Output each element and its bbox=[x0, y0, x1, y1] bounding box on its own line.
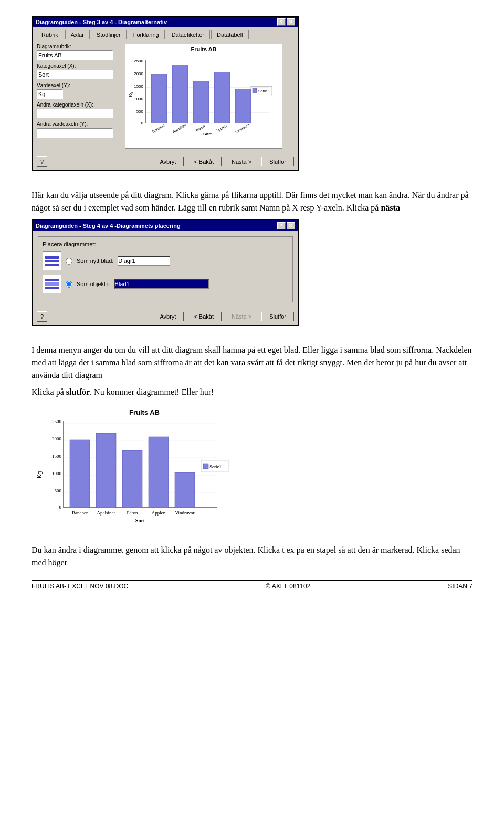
dialog2-help-title-btn[interactable]: ? bbox=[277, 222, 286, 229]
svg-text:Bananer: Bananer bbox=[152, 123, 166, 133]
svg-text:2500: 2500 bbox=[52, 419, 62, 424]
object-icon bbox=[43, 275, 61, 293]
kategoriaxel-input[interactable] bbox=[37, 70, 113, 79]
svg-rect-15 bbox=[172, 65, 188, 123]
svg-rect-53 bbox=[203, 464, 208, 469]
dialog2-window: Diagramguiden - Steg 4 av 4 -Diagrammets… bbox=[32, 219, 299, 326]
andra-varde-label: Ändra värdeaxeln (Y): bbox=[37, 121, 121, 127]
svg-text:Serie1: Serie1 bbox=[209, 464, 222, 469]
dialog2-title: Diagramguiden - Steg 4 av 4 -Diagrammets… bbox=[36, 223, 181, 229]
dialog1-cancel-button[interactable]: Avbryt bbox=[152, 157, 184, 166]
main-chart-area: Kg 2500 2000 1500 1000 500 0 bbox=[36, 418, 253, 531]
obj-bar2 bbox=[45, 282, 59, 286]
andra-kategori-label: Ändra kategoriaxeln (X): bbox=[37, 102, 121, 108]
svg-text:1500: 1500 bbox=[134, 84, 143, 89]
dialog2-cancel-button[interactable]: Avbryt bbox=[152, 312, 184, 321]
dialog2-back-button[interactable]: < Bakåt bbox=[186, 312, 222, 321]
svg-text:Apelsiner: Apelsiner bbox=[172, 123, 187, 134]
body-text-1: Här kan du välja utseende på ditt diagra… bbox=[32, 189, 472, 214]
dialog2-finish-button[interactable]: Slutför bbox=[261, 312, 294, 321]
dialog1-title-buttons: ? ✕ bbox=[277, 18, 295, 26]
dialog1-chart: Fruits AB 2500 2000 1500 1000 500 0 bbox=[125, 44, 282, 149]
tab-stodlinjer[interactable]: Stödlinjer bbox=[91, 30, 127, 39]
svg-text:2500: 2500 bbox=[134, 59, 143, 64]
svg-text:Äpplen: Äpplen bbox=[152, 510, 166, 516]
svg-text:Äpplen: Äpplen bbox=[216, 124, 228, 133]
svg-text:Serie 1: Serie 1 bbox=[258, 89, 270, 93]
dialog2-row2: Som objekt i: bbox=[43, 275, 288, 293]
radio-new-sheet[interactable] bbox=[66, 258, 72, 265]
svg-text:Kg: Kg bbox=[128, 92, 133, 97]
svg-text:2000: 2000 bbox=[134, 71, 143, 76]
tab-axlar[interactable]: Axlar bbox=[65, 30, 90, 39]
dialog1-help-title-btn[interactable]: ? bbox=[277, 18, 286, 26]
dialog2-next-button[interactable]: Nästa > bbox=[224, 312, 259, 321]
dialog2-help-button[interactable]: ? bbox=[37, 311, 47, 322]
dialog2-titlebar: Diagramguiden - Steg 4 av 4 -Diagrammets… bbox=[33, 220, 298, 231]
svg-text:500: 500 bbox=[55, 488, 62, 493]
dialog1-footer: ? Avbryt < Bakåt Nästa > Slutför bbox=[33, 153, 298, 170]
diagramrubrik-input[interactable] bbox=[37, 50, 113, 60]
main-chart: Fruits AB Kg 2500 2000 1500 1000 500 0 bbox=[32, 404, 257, 535]
dialog1-tabs: Rubrik Axlar Stödlinjer Förklaring Datae… bbox=[33, 27, 298, 39]
svg-rect-41 bbox=[70, 440, 90, 508]
svg-text:Päron: Päron bbox=[127, 510, 138, 516]
kategoriaxel-label: Kategoriaxel (X): bbox=[37, 63, 121, 69]
vardeaxel-label: Värdeaxel (Y): bbox=[37, 82, 121, 88]
new-sheet-input[interactable] bbox=[118, 256, 170, 266]
svg-rect-26 bbox=[253, 89, 257, 93]
footer-left: FRUITS AB- EXCEL NOV 08.DOC bbox=[32, 583, 128, 590]
andra-varde-input[interactable] bbox=[37, 128, 113, 138]
new-sheet-bar2 bbox=[45, 260, 59, 262]
dialog2-body: Placera diagrammet: Som nytt blad: bbox=[33, 231, 298, 308]
andra-kategori-input[interactable] bbox=[37, 109, 113, 118]
dialog1-back-button[interactable]: < Bakåt bbox=[186, 157, 222, 166]
kategoriaxel-group: Kategoriaxel (X): bbox=[37, 63, 121, 79]
object-sheet-input[interactable] bbox=[114, 279, 209, 289]
option1-label: Som nytt blad: bbox=[77, 258, 113, 264]
svg-text:Bananer: Bananer bbox=[72, 510, 88, 516]
diagramrubrik-group: Diagramrubrik: bbox=[37, 44, 121, 60]
tab-forklaring[interactable]: Förklaring bbox=[128, 30, 165, 39]
dialog1-titlebar: Diagramguiden - Steg 3 av 4 - Diagramalt… bbox=[33, 17, 298, 27]
main-chart-plot: 2500 2000 1500 1000 500 0 bbox=[44, 418, 253, 531]
svg-rect-43 bbox=[122, 450, 142, 508]
tab-rubrik[interactable]: Rubrik bbox=[36, 30, 64, 39]
svg-text:Sort: Sort bbox=[135, 518, 145, 523]
dialog1-left-panel: Diagramrubrik: Kategoriaxel (X): Värdeax… bbox=[37, 44, 121, 149]
page-footer: FRUITS AB- EXCEL NOV 08.DOC © AXEL 08110… bbox=[32, 580, 472, 590]
dialog1-close-btn[interactable]: ✕ bbox=[287, 18, 295, 26]
paragraph-1: Här kan du välja utseende på ditt diagra… bbox=[32, 189, 472, 214]
vardeaxel-input[interactable] bbox=[37, 89, 63, 99]
dialog1-help-button[interactable]: ? bbox=[37, 156, 47, 167]
svg-text:Apelsiner: Apelsiner bbox=[97, 510, 116, 516]
body-text-2: I denna menyn anger du om du vill att di… bbox=[32, 344, 472, 398]
tab-datatabell[interactable]: Datatabell bbox=[211, 30, 249, 39]
new-sheet-bar1 bbox=[45, 256, 59, 259]
footer-center: © AXEL 081102 bbox=[266, 583, 310, 590]
svg-rect-18 bbox=[235, 89, 251, 123]
dialog1-chart-svg: 2500 2000 1500 1000 500 0 Kg bbox=[128, 54, 275, 140]
svg-rect-45 bbox=[175, 472, 195, 508]
svg-text:0: 0 bbox=[141, 121, 144, 125]
paragraph-4: Du kan ändra i diagrammet genom att klic… bbox=[32, 544, 472, 569]
vardeaxel-group: Värdeaxel (Y): bbox=[37, 82, 121, 99]
svg-rect-16 bbox=[193, 82, 209, 123]
dialog2-close-btn[interactable]: ✕ bbox=[287, 222, 295, 229]
dialog2-title-buttons: ? ✕ bbox=[277, 222, 295, 229]
svg-rect-44 bbox=[149, 437, 169, 508]
dialog1-chart-title: Fruits AB bbox=[128, 46, 280, 52]
obj-bar1 bbox=[45, 279, 59, 281]
paragraph-2: I denna menyn anger du om du vill att di… bbox=[32, 344, 472, 382]
radio-object[interactable] bbox=[66, 281, 72, 288]
main-chart-title: Fruits AB bbox=[36, 408, 253, 416]
svg-text:0: 0 bbox=[59, 504, 62, 510]
svg-text:Vindruvor: Vindruvor bbox=[235, 123, 250, 134]
tab-dataetiketter[interactable]: Dataetiketter bbox=[166, 30, 210, 39]
dialog1-next-button[interactable]: Nästa > bbox=[224, 157, 259, 166]
svg-text:1500: 1500 bbox=[52, 454, 62, 459]
andra-varde-group: Ändra värdeaxeln (Y): bbox=[37, 121, 121, 138]
dialog1-finish-button[interactable]: Slutför bbox=[261, 157, 294, 166]
main-chart-y-label: Kg bbox=[36, 418, 43, 531]
svg-text:Vindruvor: Vindruvor bbox=[175, 510, 195, 516]
